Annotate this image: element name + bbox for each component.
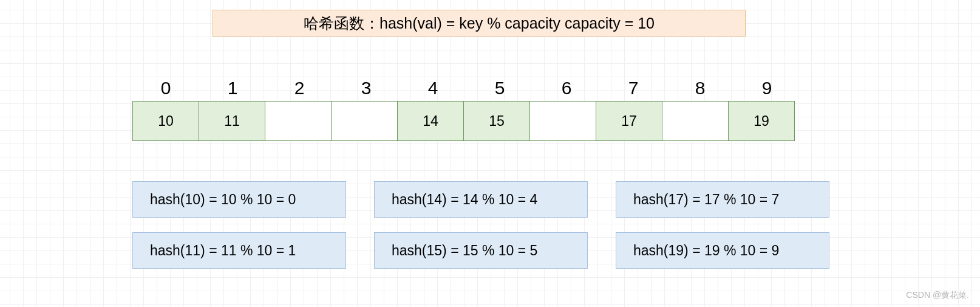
index-label: 5	[466, 78, 533, 98]
index-label: 2	[266, 78, 333, 98]
watermark: CSDN @黄花菜.	[906, 290, 969, 301]
array-cell: 11	[199, 101, 265, 141]
array-cell	[662, 101, 729, 141]
array-cell: 19	[728, 101, 795, 141]
index-label: 4	[400, 78, 466, 98]
index-label: 3	[333, 78, 400, 98]
calc-box: hash(15) = 15 % 10 = 5	[374, 232, 588, 269]
calc-row: hash(10) = 10 % 10 = 0 hash(14) = 14 % 1…	[132, 181, 829, 218]
index-label: 9	[733, 78, 800, 98]
calc-text: hash(11) = 11 % 10 = 1	[150, 243, 296, 259]
array-cell: 15	[463, 101, 530, 141]
hash-array: 0 1 2 3 4 5 6 7 8 9 10 11 14 15 17 19	[132, 78, 800, 141]
index-label: 1	[199, 78, 266, 98]
calc-text: hash(14) = 14 % 10 = 4	[392, 191, 537, 208]
calc-text: hash(19) = 19 % 10 = 9	[633, 243, 779, 259]
array-cell	[265, 101, 332, 141]
array-cell: 10	[132, 101, 199, 141]
index-label: 0	[132, 78, 199, 98]
calc-text: hash(10) = 10 % 10 = 0	[150, 191, 296, 208]
calc-row: hash(11) = 11 % 10 = 1 hash(15) = 15 % 1…	[132, 232, 829, 269]
calc-box: hash(19) = 19 % 10 = 9	[616, 232, 829, 269]
calc-text: hash(17) = 17 % 10 = 7	[633, 191, 779, 208]
hash-function-header: 哈希函数：hash(val) = key % capacity capacity…	[213, 10, 746, 36]
array-cell: 14	[397, 101, 464, 141]
calc-box: hash(11) = 11 % 10 = 1	[132, 232, 346, 269]
calculation-grid: hash(10) = 10 % 10 = 0 hash(14) = 14 % 1…	[132, 181, 829, 283]
calc-box: hash(14) = 14 % 10 = 4	[374, 181, 588, 218]
array-cell	[529, 101, 596, 141]
array-cell	[331, 101, 398, 141]
calc-text: hash(15) = 15 % 10 = 5	[392, 243, 537, 259]
index-label: 8	[667, 78, 733, 98]
index-row: 0 1 2 3 4 5 6 7 8 9	[132, 78, 800, 98]
header-text: 哈希函数：hash(val) = key % capacity capacity…	[304, 13, 655, 33]
calc-box: hash(10) = 10 % 10 = 0	[132, 181, 346, 218]
index-label: 7	[600, 78, 667, 98]
array-cell: 17	[596, 101, 662, 141]
index-label: 6	[533, 78, 600, 98]
calc-box: hash(17) = 17 % 10 = 7	[616, 181, 829, 218]
cell-row: 10 11 14 15 17 19	[132, 101, 800, 141]
